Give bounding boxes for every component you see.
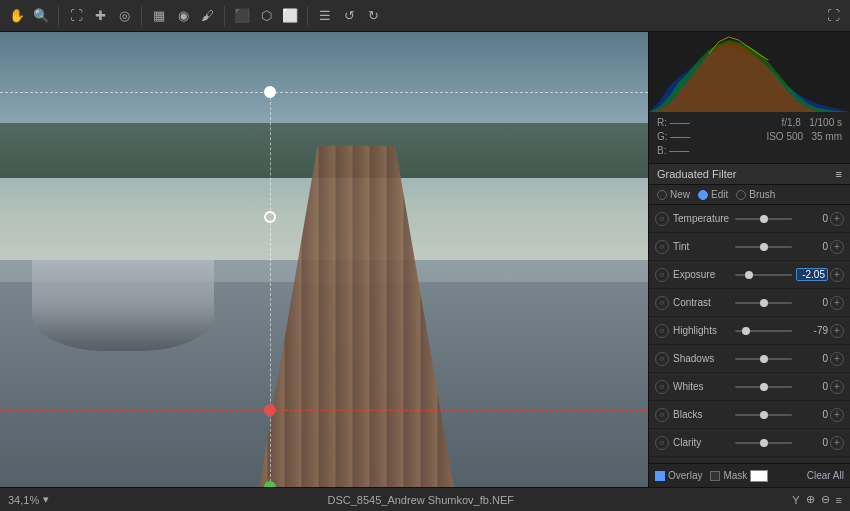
slider-track-whites[interactable]	[735, 380, 792, 394]
slider-thumb-shadows[interactable]	[760, 355, 768, 363]
select-icon[interactable]: ⬡	[257, 7, 275, 25]
mode-edit[interactable]: Edit	[698, 189, 728, 200]
slider-track-shadows[interactable]	[735, 352, 792, 366]
panel-bottom: Overlay Mask Clear All	[649, 463, 850, 487]
zoom-tool-icon[interactable]: 🔍	[32, 7, 50, 25]
slider-track-blacks[interactable]	[735, 408, 792, 422]
slider-thumb-tint[interactable]	[760, 243, 768, 251]
slider-track-bg-temperature	[735, 218, 792, 220]
slider-plus-temperature[interactable]: +	[830, 212, 844, 226]
histogram	[649, 32, 850, 112]
mode-new[interactable]: New	[657, 189, 690, 200]
slider-thumb-exposure[interactable]	[745, 271, 753, 279]
redeye-tool-icon[interactable]: ◎	[115, 7, 133, 25]
ctrl-point-red[interactable]	[264, 404, 276, 416]
panel-menu-icon[interactable]: ≡	[836, 168, 842, 180]
filter-line-top	[0, 92, 648, 93]
slider-plus-whites[interactable]: +	[830, 380, 844, 394]
slider-row-contrast: ○ Contrast 0 +	[649, 289, 850, 317]
slider-row-shadows: ○ Shadows 0 +	[649, 345, 850, 373]
redo-icon[interactable]: ↻	[364, 7, 382, 25]
focal-value: 35 mm	[811, 131, 842, 142]
slider-reset-temperature[interactable]: ○	[655, 212, 669, 226]
zoom-dropdown-icon[interactable]: ▾	[43, 493, 49, 506]
boat-layer	[32, 260, 213, 351]
zoom-control[interactable]: 34,1% ▾	[8, 493, 49, 506]
mask-checkbox[interactable]: Mask	[710, 470, 768, 482]
mode-brush[interactable]: Brush	[736, 189, 775, 200]
slider-row-temperature: ○ Temperature 0 +	[649, 205, 850, 233]
mode-edit-radio[interactable]	[698, 190, 708, 200]
slider-reset-contrast[interactable]: ○	[655, 296, 669, 310]
slider-thumb-highlights[interactable]	[742, 327, 750, 335]
filter-line-vert	[270, 92, 271, 487]
ctrl-point-green[interactable]	[264, 481, 276, 487]
slider-row-whites: ○ Whites 0 +	[649, 373, 850, 401]
slider-track-exposure[interactable]	[735, 268, 792, 282]
canvas-area[interactable]	[0, 32, 648, 487]
mask-checkbox-box[interactable]	[710, 471, 720, 481]
slider-track-tint[interactable]	[735, 240, 792, 254]
slider-plus-clarity[interactable]: +	[830, 436, 844, 450]
slider-reset-whites[interactable]: ○	[655, 380, 669, 394]
slider-reset-highlights[interactable]: ○	[655, 324, 669, 338]
mode-new-radio[interactable]	[657, 190, 667, 200]
slider-plus-tint[interactable]: +	[830, 240, 844, 254]
slider-thumb-temperature[interactable]	[760, 215, 768, 223]
slider-label-temperature: Temperature	[673, 213, 735, 224]
slider-track-clarity[interactable]	[735, 436, 792, 450]
slider-label-blacks: Blacks	[673, 409, 735, 420]
slider-plus-blacks[interactable]: +	[830, 408, 844, 422]
overlay-checkbox[interactable]: Overlay	[655, 470, 702, 481]
slider-plus-highlights[interactable]: +	[830, 324, 844, 338]
r-value: ——	[670, 117, 690, 128]
mode-brush-radio[interactable]	[736, 190, 746, 200]
slider-reset-exposure[interactable]: ○	[655, 268, 669, 282]
ctrl-point-top[interactable]	[264, 86, 276, 98]
slider-plus-shadows[interactable]: +	[830, 352, 844, 366]
grid-icon[interactable]: ≡	[836, 494, 842, 506]
brush-icon[interactable]: 🖌	[198, 7, 216, 25]
ctrl-point-mid[interactable]	[264, 211, 276, 223]
clear-all-button[interactable]: Clear All	[807, 470, 844, 481]
transform-icon[interactable]: ⬜	[281, 7, 299, 25]
radial-filter-icon[interactable]: ◉	[174, 7, 192, 25]
slider-thumb-clarity[interactable]	[760, 439, 768, 447]
slider-plus-exposure[interactable]: +	[830, 268, 844, 282]
healing-tool-icon[interactable]: ✚	[91, 7, 109, 25]
slider-value-clarity: 0	[796, 437, 828, 448]
g-value: ——	[670, 131, 690, 142]
slider-reset-shadows[interactable]: ○	[655, 352, 669, 366]
hand-tool-icon[interactable]: ✋	[8, 7, 26, 25]
list-icon[interactable]: ☰	[316, 7, 334, 25]
slider-thumb-whites[interactable]	[760, 383, 768, 391]
slider-row-tint: ○ Tint 0 +	[649, 233, 850, 261]
mode-edit-label: Edit	[711, 189, 728, 200]
slider-thumb-blacks[interactable]	[760, 411, 768, 419]
undo-icon[interactable]: ↺	[340, 7, 358, 25]
zoom-in-icon[interactable]: ⊕	[806, 493, 815, 506]
fullscreen-icon[interactable]: ⛶	[824, 7, 842, 25]
linear-gradient-icon[interactable]: ⬛	[233, 7, 251, 25]
graduated-filter-icon[interactable]: ▦	[150, 7, 168, 25]
slider-reset-tint[interactable]: ○	[655, 240, 669, 254]
overlay-checkbox-box[interactable]	[655, 471, 665, 481]
slider-thumb-contrast[interactable]	[760, 299, 768, 307]
slider-reset-clarity[interactable]: ○	[655, 436, 669, 450]
slider-track-contrast[interactable]	[735, 296, 792, 310]
compare-icon[interactable]: Y	[792, 494, 799, 506]
slider-reset-blacks[interactable]: ○	[655, 408, 669, 422]
r-label: R:	[657, 117, 667, 128]
scene	[0, 32, 648, 487]
slider-label-whites: Whites	[673, 381, 735, 392]
slider-plus-contrast[interactable]: +	[830, 296, 844, 310]
bottom-bar: 34,1% ▾ DSC_8545_Andrew Shumkov_fb.NEF Y…	[0, 487, 850, 511]
toolbar-sep-3	[224, 6, 225, 26]
slider-track-highlights[interactable]	[735, 324, 792, 338]
slider-track-bg-shadows	[735, 358, 792, 360]
mask-label: Mask	[723, 470, 747, 481]
zoom-out-icon[interactable]: ⊖	[821, 493, 830, 506]
slider-track-temperature[interactable]	[735, 212, 792, 226]
toolbar-sep-2	[141, 6, 142, 26]
crop-tool-icon[interactable]: ⛶	[67, 7, 85, 25]
